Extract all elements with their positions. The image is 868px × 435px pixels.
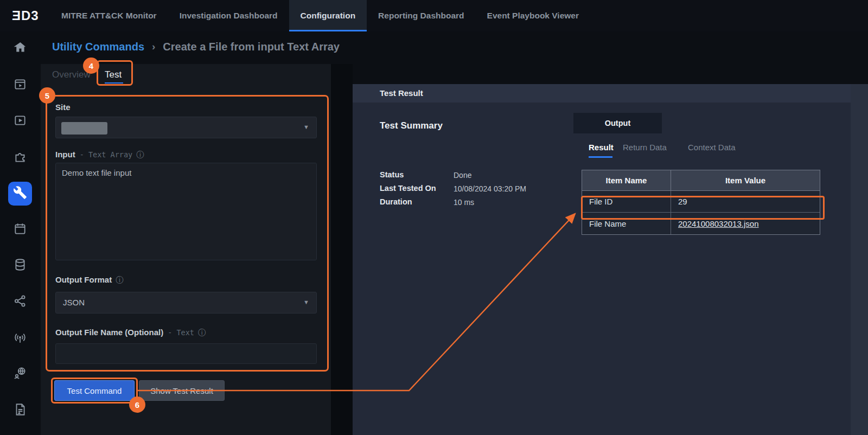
breadcrumb-utility-commands[interactable]: Utility Commands	[52, 41, 144, 53]
step-badge-6: 6	[129, 396, 145, 413]
nav-item-configuration[interactable]: Configuration	[289, 0, 367, 31]
test-result-panel	[353, 103, 851, 435]
chevron-down-icon: ▼	[303, 299, 309, 305]
tab-output[interactable]: Output	[573, 113, 662, 133]
tab-context-data[interactable]: Context Data	[688, 143, 736, 152]
duration-label: Duration	[380, 197, 450, 206]
sidebar-item-schedule[interactable]	[8, 73, 32, 97]
output-format-label: Output Formatⓘ	[55, 275, 123, 285]
sidebar-item-home[interactable]	[8, 37, 32, 61]
video-play-icon	[13, 113, 27, 130]
table-row: File Name 20241008032013.json	[582, 213, 820, 234]
info-icon[interactable]: ⓘ	[136, 150, 144, 159]
monitor-play-icon	[13, 77, 27, 93]
duration-value: 10 ms	[454, 198, 474, 207]
sidebar-item-broadcast[interactable]	[8, 327, 32, 350]
chevron-right-icon: ›	[152, 41, 155, 53]
input-field-label: Input- Text Arrayⓘ	[55, 150, 144, 160]
puzzle-icon	[13, 150, 27, 166]
output-format-label-text: Output Format	[55, 275, 112, 284]
test-summary-title: Test Summary	[380, 120, 443, 131]
test-command-button[interactable]: Test Command	[54, 380, 135, 401]
file-name-value-cell: 20241008032013.json	[671, 213, 820, 234]
table-row: File ID 29	[582, 191, 820, 213]
nav-item-reporting-dashboard[interactable]: Reporting Dashboard	[367, 0, 475, 31]
file-id-name-cell: File ID	[582, 191, 671, 213]
sidebar-item-connections[interactable]	[8, 290, 32, 314]
file-id-value-cell: 29	[671, 191, 820, 213]
sidebar-item-playbooks[interactable]	[8, 110, 32, 133]
status-label: Status	[380, 170, 450, 179]
tab-return-data[interactable]: Return Data	[623, 143, 667, 152]
output-file-name-label-text: Output File Name (Optional)	[55, 328, 163, 337]
tab-test-active-indicator	[105, 82, 123, 84]
globe-user-icon	[13, 366, 27, 382]
last-tested-on-value: 10/08/2024 03:20 PM	[454, 184, 526, 193]
table-header-row: Item Name Item Value	[582, 170, 820, 191]
main-nav: MITRE ATT&CK Monitor Investigation Dashb…	[50, 0, 590, 31]
site-select[interactable]: ▼	[55, 117, 317, 138]
report-document-icon	[13, 402, 27, 419]
info-icon[interactable]: ⓘ	[198, 328, 206, 337]
site-label-text: Site	[55, 103, 71, 112]
tab-test[interactable]: Test	[105, 69, 122, 80]
output-file-name-label: Output File Name (Optional)- Textⓘ	[55, 328, 206, 338]
chevron-down-icon: ▼	[303, 124, 309, 130]
wrench-icon	[13, 185, 27, 202]
input-label-text: Input	[55, 150, 75, 159]
nav-item-investigation-dashboard[interactable]: Investigation Dashboard	[168, 0, 289, 31]
sidebar-item-data-management[interactable]	[8, 254, 32, 278]
sidebar-item-utility-commands[interactable]	[8, 182, 32, 206]
column-header-item-name: Item Name	[582, 170, 671, 191]
site-value-redacted	[61, 122, 107, 135]
broadcast-icon	[13, 330, 27, 347]
test-result-header: Test Result	[353, 84, 851, 103]
file-name-link[interactable]: 20241008032013.json	[678, 219, 758, 228]
panel-divider	[331, 64, 353, 435]
sidebar-item-reports[interactable]	[8, 399, 32, 423]
breadcrumb: Utility Commands › Create a File from in…	[52, 31, 340, 62]
sidebar-item-calendar[interactable]	[8, 218, 32, 242]
page-title: Create a File from input Text Array	[163, 41, 340, 53]
app-window: ƎD3 MITRE ATT&CK Monitor Investigation D…	[0, 0, 868, 435]
input-textarea[interactable]: Demo text file input	[55, 163, 317, 260]
show-test-result-button[interactable]: Show Test Result	[139, 380, 225, 401]
nav-item-event-playbook-viewer[interactable]: Event Playbook Viewer	[476, 0, 590, 31]
output-file-name-input[interactable]	[55, 343, 317, 364]
last-tested-on-label: Last Tested On	[380, 184, 450, 193]
site-field-label: Site	[55, 103, 71, 112]
column-header-item-value: Item Value	[671, 170, 820, 191]
output-file-name-type-hint: - Text	[168, 328, 194, 337]
tab-result-active-indicator	[589, 156, 612, 158]
result-table: Item Name Item Value File ID 29 File Nam…	[582, 170, 820, 235]
sidebar-item-integrations[interactable]	[8, 146, 32, 170]
status-value: Done	[454, 171, 471, 180]
scrollbar-track[interactable]	[851, 84, 868, 435]
info-icon[interactable]: ⓘ	[116, 276, 123, 284]
top-navbar: ƎD3 MITRE ATT&CK Monitor Investigation D…	[0, 0, 868, 31]
sidebar-item-global-user[interactable]	[8, 362, 32, 386]
input-type-hint: - Text Array	[80, 150, 133, 159]
step-badge-4: 4	[83, 57, 99, 74]
calendar-icon	[13, 222, 27, 238]
file-name-name-cell: File Name	[582, 213, 671, 234]
share-nodes-icon	[13, 294, 27, 310]
d3-logo[interactable]: ƎD3	[12, 0, 39, 31]
output-format-select[interactable]: JSON ▼	[55, 292, 317, 314]
database-icon	[13, 258, 27, 274]
nav-item-mitre-attck-monitor[interactable]: MITRE ATT&CK Monitor	[50, 0, 168, 31]
output-format-value: JSON	[63, 298, 85, 307]
home-icon	[13, 41, 27, 57]
tab-result[interactable]: Result	[589, 143, 614, 152]
step-badge-5: 5	[39, 87, 55, 104]
